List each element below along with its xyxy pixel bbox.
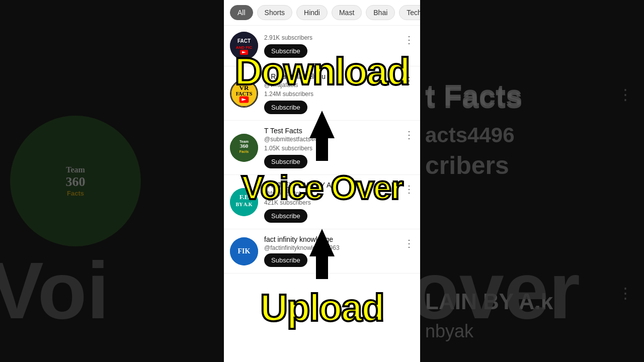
channel-name-vrfacts: V R Facts In Telugu	[264, 72, 414, 80]
channel-list: FACT AND FIC 2.91K subscribers Subscribe…	[224, 26, 420, 362]
svg-text:AND FIC: AND FIC	[236, 45, 253, 50]
subscribe-btn-vrfacts[interactable]: Subscribe	[264, 101, 307, 114]
subscribe-btn-factinfinity[interactable]: Subscribe	[264, 253, 307, 267]
channel-handle-factexplain: @factexplainbyak	[264, 190, 414, 197]
vrfacts-avatar-svg: VR FACTS	[231, 79, 257, 108]
bg-more-icon-right: ⋮	[618, 85, 634, 103]
subscribe-btn-team360[interactable]: Subscribe	[264, 155, 307, 168]
tab-hindi[interactable]: Hindi	[296, 5, 328, 20]
channel-subs-factexplain: 421K subscribers	[264, 199, 414, 206]
factexplain-avatar-svg: F.E BY A.K	[230, 188, 258, 216]
more-btn-team360[interactable]: ⋮	[402, 127, 416, 143]
channel-subs-vrfacts: 1.24M subscribers	[264, 90, 414, 98]
channel-handle-vrfacts: @vrrajafacts	[264, 81, 414, 88]
svg-text:FIK: FIK	[238, 247, 251, 255]
channel-subs-factandfic: 2.91K subscribers	[264, 34, 414, 41]
svg-text:F.E: F.E	[239, 193, 249, 201]
channel-info-factexplain: FACT EXPLAIN BY A.k @factexplainbyak 421…	[264, 181, 414, 223]
bg-facts-label: Facts	[67, 190, 84, 197]
channel-item-factandfic: FACT AND FIC 2.91K subscribers Subscribe…	[224, 26, 420, 66]
bg-voi-text: Voi	[0, 244, 109, 337]
factandfic-avatar-svg: FACT AND FIC	[230, 32, 258, 60]
channel-info-team360: T Test Facts @submittestfacts4496 1.05K …	[264, 127, 414, 168]
channel-item-team360: Team 360 Facts T Test Facts @submittestf…	[224, 121, 420, 175]
channel-info-factandfic: 2.91K subscribers Subscribe	[264, 34, 414, 58]
avatar-vrfacts: VR FACTS	[230, 79, 258, 108]
bg-team360-label: Team	[66, 165, 85, 174]
subscribe-btn-factexplain[interactable]: Subscribe	[264, 209, 307, 223]
channel-info-factinfinity: fact infinity knowledge @factinfinitykno…	[264, 235, 414, 267]
channel-item-factinfinity: FIK fact infinity knowledge @factinfinit…	[224, 229, 420, 274]
bg-handle-right: acts4496	[425, 123, 515, 147]
more-btn-factandfic[interactable]: ⋮	[402, 32, 416, 48]
avatar-team360: Team 360 Facts	[230, 134, 258, 162]
channel-name-factexplain: FACT EXPLAIN BY A.k	[264, 181, 414, 189]
bg-360-label: 360	[66, 174, 86, 190]
more-btn-vrfacts[interactable]: ⋮	[402, 72, 416, 88]
avatar-factandfic: FACT AND FIC	[230, 32, 258, 60]
svg-text:BY A.K: BY A.K	[236, 202, 253, 207]
filter-tabs: All Shorts Hindi Mast Bhai Tech	[224, 0, 420, 26]
svg-text:FACT: FACT	[237, 38, 251, 44]
bg-over-text: over	[420, 244, 580, 337]
subscribe-btn-factandfic[interactable]: Subscribe	[264, 44, 307, 58]
svg-text:VR: VR	[239, 83, 249, 91]
bg-team360-circle: Team 360 Facts	[10, 116, 141, 246]
bg-more-icon-right-2: ⋮	[618, 284, 634, 302]
tab-tech[interactable]: Tech	[399, 5, 420, 20]
bg-facts-right: t Facts	[425, 78, 522, 113]
factinfinity-avatar-svg: FIK	[230, 237, 258, 265]
channel-subs-team360: 1.05K subscribers	[264, 145, 414, 152]
tab-all[interactable]: All	[230, 5, 253, 20]
tab-bhai[interactable]: Bhai	[366, 5, 395, 20]
avatar-factexplain: F.E BY A.K	[230, 188, 258, 216]
channel-handle-factinfinity: @factinfinityknowledge9963	[264, 244, 414, 251]
svg-text:Facts: Facts	[239, 150, 249, 153]
bg-subs-right: cribers	[425, 151, 509, 180]
tab-shorts[interactable]: Shorts	[257, 5, 292, 20]
team360-avatar-svg: Team 360 Facts	[230, 134, 258, 162]
channel-item-vrfacts: VR FACTS V R Facts In Telugu @vrrajafact…	[224, 66, 420, 121]
svg-text:FACTS: FACTS	[236, 90, 253, 96]
svg-text:360: 360	[240, 143, 249, 149]
avatar-factinfinity: FIK	[230, 237, 258, 265]
more-btn-factinfinity[interactable]: ⋮	[402, 235, 416, 251]
channel-item-factexplain: F.E BY A.K FACT EXPLAIN BY A.k @factexpl…	[224, 175, 420, 229]
center-panel: All Shorts Hindi Mast Bhai Tech FACT AND…	[224, 0, 420, 362]
channel-name-factinfinity: fact infinity knowledge	[264, 235, 414, 243]
more-btn-factexplain[interactable]: ⋮	[402, 181, 416, 197]
channel-info-vrfacts: V R Facts In Telugu @vrrajafacts 1.24M s…	[264, 72, 414, 114]
channel-handle-team360: @submittestfacts4496	[264, 136, 414, 143]
channel-name-team360: T Test Facts	[264, 127, 414, 135]
tab-mast[interactable]: Mast	[332, 5, 362, 20]
